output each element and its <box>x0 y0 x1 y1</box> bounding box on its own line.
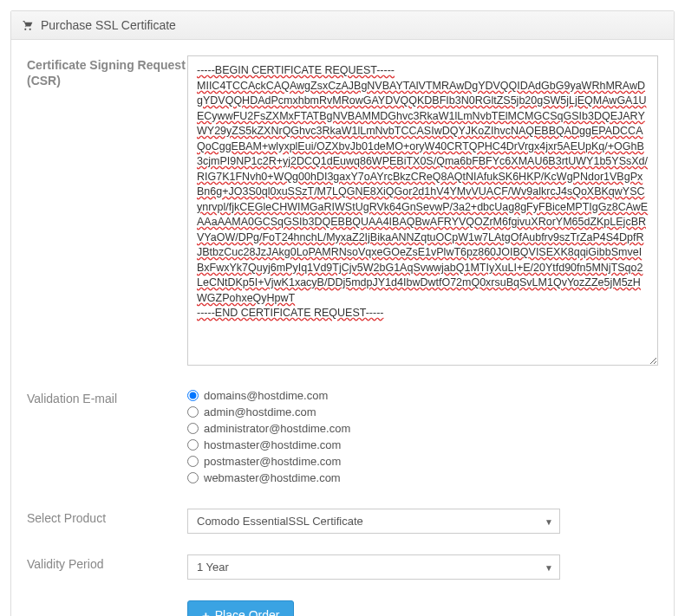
validation-option[interactable]: postmaster@hostdime.com <box>187 455 658 468</box>
validation-option-label: postmaster@hostdime.com <box>204 455 341 468</box>
validation-label: Validation E-mail <box>27 389 187 488</box>
cart-icon <box>22 20 34 31</box>
validity-field: 1 Year ▼ <box>187 554 658 580</box>
validation-radio[interactable] <box>187 390 199 401</box>
csr-textarea[interactable] <box>187 55 658 366</box>
validation-radio[interactable] <box>187 472 199 483</box>
product-field: Comodo EssentialSSL Certificate ▼ <box>187 509 658 534</box>
validation-option[interactable]: admin@hostdime.com <box>187 405 658 418</box>
panel-body: Certificate Signing Request (CSR) Valida… <box>11 40 674 616</box>
panel-header: Purchase SSL Certificate <box>11 11 674 40</box>
validation-option-label: domains@hostdime.com <box>204 389 328 402</box>
purchase-ssl-panel: Purchase SSL Certificate Certificate Sig… <box>10 10 675 616</box>
row-actions: + Place Order <box>27 600 658 616</box>
csr-label: Certificate Signing Request (CSR) <box>27 55 187 368</box>
validity-select-wrap: 1 Year ▼ <box>187 554 560 580</box>
validation-option-label: hostmaster@hostdime.com <box>204 438 341 451</box>
row-product: Select Product Comodo EssentialSSL Certi… <box>27 509 658 534</box>
row-csr: Certificate Signing Request (CSR) <box>27 55 658 368</box>
panel-title: Purchase SSL Certificate <box>41 18 176 32</box>
validity-label: Validity Period <box>27 554 187 580</box>
actions-field: + Place Order <box>187 600 658 616</box>
validation-radio[interactable] <box>187 406 199 418</box>
validation-option[interactable]: domains@hostdime.com <box>187 389 658 402</box>
product-select[interactable]: Comodo EssentialSSL Certificate <box>187 509 560 534</box>
validation-options: domains@hostdime.comadmin@hostdime.comad… <box>187 389 658 488</box>
plus-icon: + <box>202 609 210 617</box>
validation-option[interactable]: hostmaster@hostdime.com <box>187 438 658 451</box>
validation-option-label: administrator@hostdime.com <box>204 422 350 435</box>
validity-select[interactable]: 1 Year <box>187 554 560 580</box>
product-select-wrap: Comodo EssentialSSL Certificate ▼ <box>187 509 560 534</box>
product-label: Select Product <box>27 509 187 534</box>
place-order-label: Place Order <box>215 608 280 616</box>
validation-option[interactable]: administrator@hostdime.com <box>187 422 658 435</box>
validation-radio[interactable] <box>187 439 199 451</box>
validation-option-label: admin@hostdime.com <box>204 405 316 418</box>
row-validity: Validity Period 1 Year ▼ <box>27 554 658 580</box>
place-order-button[interactable]: + Place Order <box>187 600 294 616</box>
validation-radio[interactable] <box>187 456 199 467</box>
validation-radio[interactable] <box>187 423 199 434</box>
row-validation-email: Validation E-mail domains@hostdime.comad… <box>27 389 658 488</box>
validation-option-label: webmaster@hostdime.com <box>204 471 341 484</box>
csr-field <box>187 55 658 368</box>
validation-option[interactable]: webmaster@hostdime.com <box>187 471 658 484</box>
